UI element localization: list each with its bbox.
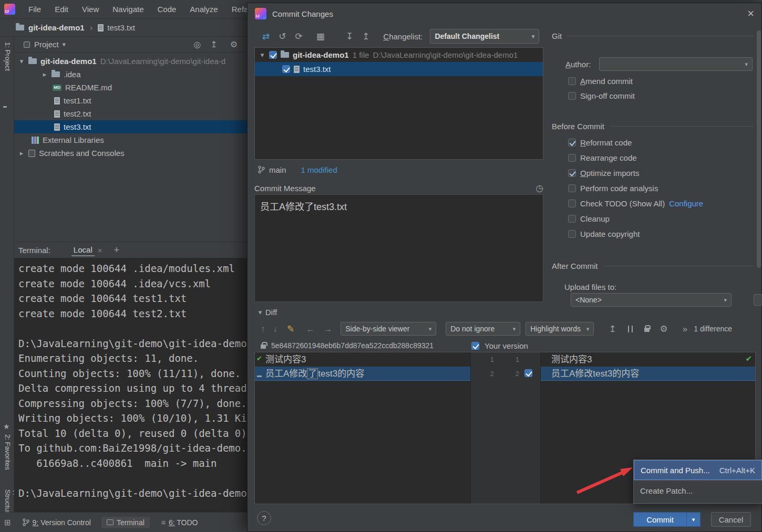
commit-button[interactable]: Commit ▾ — [633, 512, 701, 527]
configure-link[interactable]: Configure — [669, 199, 703, 208]
chevron-right-icon[interactable]: ▸ — [18, 149, 25, 157]
tree-row-idea[interactable]: ▸ .idea — [14, 68, 247, 81]
menu-view[interactable]: View — [75, 5, 106, 14]
author-field[interactable]: ▾ — [599, 57, 753, 71]
menu-file[interactable]: File — [22, 5, 48, 14]
cleanup-option[interactable]: Cleanup — [568, 214, 610, 223]
collapse-all-icon[interactable]: ↥ — [210, 40, 217, 49]
todo-checkbox[interactable] — [568, 200, 576, 207]
statusbar-version-control[interactable]: 9: Version Control — [18, 517, 95, 528]
diff-settings-gear-icon[interactable]: ⚙ — [660, 325, 668, 333]
upload-settings-button[interactable] — [754, 294, 762, 306]
chevron-down-icon[interactable]: ▾ — [259, 51, 265, 59]
menu-analyze[interactable]: Analyze — [183, 5, 224, 14]
file-checkbox[interactable] — [282, 65, 290, 73]
commit-dropdown-arrow-icon[interactable]: ▾ — [686, 513, 700, 526]
changelist-combo[interactable]: Default Changelist ▾ — [430, 29, 539, 44]
menu-navigate[interactable]: Navigate — [106, 5, 150, 14]
dialog-scrollbar[interactable] — [757, 30, 761, 268]
update-copyright-option[interactable]: Update copyright — [568, 230, 640, 238]
highlight-combo[interactable]: Highlight words ▾ — [526, 322, 594, 336]
whitespace-combo[interactable]: Do not ignore ▾ — [446, 322, 520, 336]
project-folder-icon — [16, 25, 24, 30]
tree-row-root[interactable]: ▾ git-idea-demo1 D:\JavaLearning\git-dem… — [14, 55, 247, 68]
star-icon[interactable]: ★ — [3, 423, 10, 430]
upload-target-combo[interactable]: <None> ▾ — [571, 293, 732, 307]
menu-code[interactable]: Code — [150, 5, 183, 14]
code-analysis-option[interactable]: Perform code analysis — [568, 184, 658, 193]
refresh-changes-icon[interactable]: ⇄ — [262, 32, 270, 41]
chevron-down-icon[interactable]: ▾ — [257, 308, 263, 316]
tree-row-scratches[interactable]: ▸ Scratches and Consoles — [14, 147, 247, 160]
reformat-code-option[interactable]: Reformat code — [568, 138, 632, 147]
create-patch-item[interactable]: Create Patch... — [634, 481, 762, 500]
stripe-project-button[interactable]: 1: Project — [4, 42, 12, 71]
menu-edit[interactable]: Edit — [48, 5, 75, 14]
tree-row-test1[interactable]: test1.txt — [14, 94, 247, 107]
tree-row-readme[interactable]: MD README.md — [14, 81, 247, 94]
next-difference-icon[interactable]: ↓ — [273, 325, 278, 333]
close-tab-icon[interactable]: × — [98, 246, 102, 255]
rearrange-code-option[interactable]: Rearrange code — [568, 153, 637, 162]
tool-window-switcher-icon[interactable]: ⊞ — [4, 518, 11, 526]
gear-icon[interactable]: ⚙ — [230, 40, 238, 49]
locate-file-icon[interactable]: ◎ — [193, 40, 201, 49]
close-icon[interactable]: × — [747, 7, 754, 20]
statusbar-terminal[interactable]: Terminal — [101, 517, 150, 528]
diff-left-pane[interactable]: ✔ 测试内容3 员工A修改了test3的内容 — [255, 352, 470, 504]
breadcrumb-file[interactable]: test3.txt — [107, 23, 135, 32]
chevron-down-icon[interactable]: ▾ — [18, 57, 25, 65]
expand-all-icon[interactable]: ↧ — [346, 32, 353, 41]
group-by-icon[interactable]: ▦ — [316, 32, 325, 41]
amend-checkbox[interactable] — [568, 77, 576, 85]
branch-name[interactable]: main — [269, 165, 286, 174]
tree-row-test2[interactable]: test2.txt — [14, 107, 247, 120]
reformat-checkbox[interactable] — [568, 139, 576, 147]
viewer-mode-combo[interactable]: Side-by-side viewer ▾ — [341, 322, 436, 336]
cancel-button[interactable]: Cancel — [711, 512, 751, 527]
apply-change-checkbox[interactable] — [524, 369, 532, 377]
root-checkbox[interactable] — [269, 51, 277, 59]
signoff-checkbox[interactable] — [568, 92, 576, 100]
terminal-output[interactable]: create mode 100644 .idea/modules.xml cre… — [14, 258, 247, 513]
your-version-checkbox[interactable] — [471, 342, 479, 350]
tree-row-external-libraries[interactable]: External Libraries — [14, 133, 247, 147]
chevron-right-icon[interactable]: ▸ — [42, 70, 48, 78]
breadcrumb-project[interactable]: git-idea-demo1 — [28, 23, 85, 32]
previous-difference-icon[interactable]: ↑ — [261, 325, 265, 333]
more-options-icon[interactable]: » — [683, 325, 687, 333]
tree-row-test3-selected[interactable]: test3.txt — [14, 120, 247, 133]
modified-count[interactable]: 1 modified — [301, 165, 337, 174]
copyright-checkbox[interactable] — [568, 230, 576, 238]
commit-and-push-item[interactable]: Commit and Push... Ctrl+Alt+K — [634, 460, 762, 480]
disable-editing-icon[interactable] — [644, 328, 650, 332]
project-panel-title[interactable]: Project — [34, 40, 59, 49]
check-todo-option[interactable]: Check TODO (Show All) Configure — [568, 199, 703, 208]
sync-scroll-icon[interactable] — [628, 326, 633, 332]
optimize-checkbox[interactable] — [568, 169, 576, 177]
edit-icon[interactable]: ✎ — [287, 325, 294, 333]
amend-commit-option[interactable]: Amend commit — [568, 77, 633, 86]
changes-file-row-selected[interactable]: test3.txt — [255, 62, 543, 76]
cleanup-checkbox[interactable] — [568, 215, 576, 223]
signoff-commit-option[interactable]: Sign-off commit — [568, 91, 635, 100]
statusbar-todo[interactable]: ≡ 6: TODO — [156, 517, 203, 528]
collapse-all-icon[interactable]: ↥ — [362, 32, 369, 41]
terminal-tab-local[interactable]: Local — [71, 244, 95, 256]
collapse-unchanged-icon[interactable]: ↥ — [609, 325, 616, 333]
message-history-icon[interactable]: ◷ — [536, 184, 543, 193]
next-change-icon[interactable]: → — [323, 325, 332, 333]
rearrange-checkbox[interactable] — [568, 154, 576, 162]
optimize-imports-option[interactable]: Optimize imports — [568, 169, 640, 178]
commit-message-input[interactable]: 员工A修改了test3.txt — [254, 194, 543, 302]
refresh-icon[interactable]: ⟳ — [295, 32, 303, 41]
diff-section-header[interactable]: ▾ Diff — [257, 306, 277, 318]
stripe-favorites-button[interactable]: 2: Favorites — [4, 434, 12, 470]
previous-change-icon[interactable]: ← — [306, 325, 315, 333]
chevron-down-icon[interactable]: ▾ — [61, 40, 67, 48]
help-button[interactable]: ? — [257, 511, 271, 525]
rollback-icon[interactable]: ↺ — [279, 32, 286, 41]
new-terminal-icon[interactable]: + — [114, 245, 119, 255]
changes-root-row[interactable]: ▾ git-idea-demo1 1 file D:\JavaLearning\… — [255, 48, 543, 62]
analysis-checkbox[interactable] — [568, 184, 576, 192]
